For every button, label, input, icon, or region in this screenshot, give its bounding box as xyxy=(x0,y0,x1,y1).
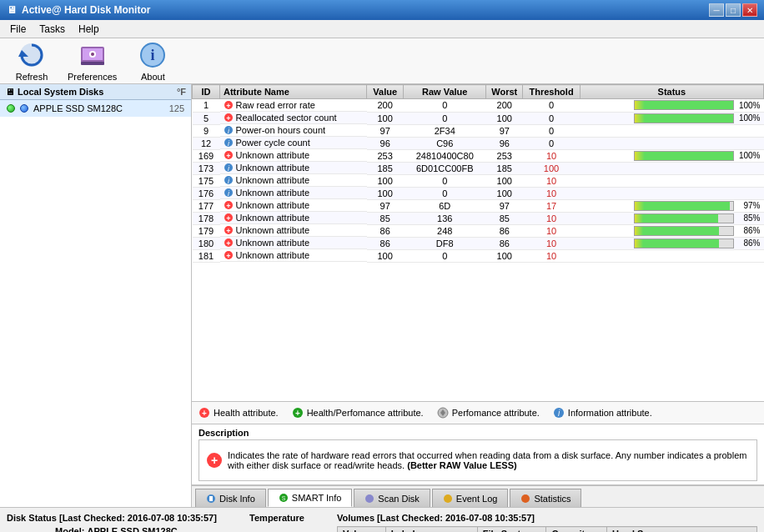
table-row: +Unknown attribute xyxy=(220,224,367,237)
table-row: 178 xyxy=(193,212,220,224)
table-row: 100 xyxy=(367,174,404,187)
table-row: 24810400C80 xyxy=(404,149,486,162)
table-row: 136 xyxy=(404,212,486,224)
table-row: 100 xyxy=(367,187,404,199)
svg-point-49 xyxy=(365,494,374,503)
vol-col-capacity: Capacity xyxy=(546,527,607,533)
svg-text:+: + xyxy=(226,202,230,210)
table-row: 5 xyxy=(193,112,220,124)
smart-table-scroll[interactable]: ID Attribute Name Value Raw Value Worst … xyxy=(192,84,764,263)
tab-scan-disk[interactable]: Scan Disk xyxy=(354,489,430,507)
attributes-table: ID Attribute Name Value Raw Value Worst … xyxy=(192,84,764,263)
bottom-panel: Disk Status [Last Checked: 2016-07-08 10… xyxy=(0,507,764,532)
table-row: 100 xyxy=(523,162,580,174)
table-row: 86% xyxy=(580,237,763,249)
smart-table: ID Attribute Name Value Raw Value Worst … xyxy=(192,84,764,402)
volumes-title: Volumes [Last Checked: 2016-07-08 10:35:… xyxy=(337,513,757,523)
legend-perf-label: Perfomance attribute. xyxy=(452,408,540,418)
table-row: 100 xyxy=(486,174,523,187)
svg-text:+: + xyxy=(226,227,230,235)
svg-text:+: + xyxy=(202,409,207,418)
table-row: +Unknown attribute xyxy=(220,149,367,162)
svg-text:+: + xyxy=(226,214,230,223)
svg-point-50 xyxy=(444,494,452,503)
tab-statistics[interactable]: Statistics xyxy=(510,489,581,507)
table-row: 253 xyxy=(486,149,523,162)
about-button[interactable]: i About xyxy=(128,36,178,86)
table-row: 100 xyxy=(367,249,404,262)
svg-point-6 xyxy=(91,53,94,56)
table-row: 185 xyxy=(486,162,523,174)
table-row: 185 xyxy=(367,162,404,174)
table-row: 6D01CC00FB xyxy=(404,162,486,174)
svg-text:+: + xyxy=(226,252,230,260)
table-row: 1 xyxy=(193,99,220,113)
description-area: Description + Indicates the rate of hard… xyxy=(192,424,764,485)
table-row xyxy=(580,137,763,149)
svg-text:+: + xyxy=(295,409,300,418)
table-row: 6D xyxy=(404,199,486,212)
col-id: ID xyxy=(193,85,220,99)
svg-text:S: S xyxy=(281,495,285,501)
table-row: DF8 xyxy=(404,237,486,249)
refresh-icon xyxy=(17,40,47,70)
col-value: Value xyxy=(367,85,404,99)
disk-type-indicator xyxy=(20,104,28,113)
legend: + Health attribute. + Health/Perfomance … xyxy=(192,402,764,424)
legend-performance: Perfomance attribute. xyxy=(437,407,540,419)
table-row: +Unknown attribute xyxy=(220,237,367,249)
col-raw: Raw Value xyxy=(404,85,486,99)
minimize-button[interactable]: ─ xyxy=(709,3,724,17)
tab-event-log[interactable]: Event Log xyxy=(432,489,509,507)
preferences-button[interactable]: Preferences xyxy=(60,36,124,86)
preferences-label: Preferences xyxy=(68,72,117,82)
table-row: 100 xyxy=(367,112,404,124)
sidebar-unit: °F xyxy=(177,87,186,97)
svg-text:+: + xyxy=(226,239,230,248)
disk-info-icon xyxy=(206,494,216,504)
table-row: 100% xyxy=(580,149,763,162)
disk-item[interactable]: APPLE SSD SM128C 125 xyxy=(0,100,191,117)
right-panel: ID Attribute Name Value Raw Value Worst … xyxy=(192,84,764,507)
refresh-button[interactable]: Refresh xyxy=(7,36,57,86)
legend-health-perf: + Health/Perfomance attribute. xyxy=(292,407,424,419)
table-row: 179 xyxy=(193,224,220,237)
smart-info-icon: S xyxy=(279,493,289,503)
table-row: 10 xyxy=(523,237,580,249)
temperature-section: Temperature 0 122 125°F °C xyxy=(227,513,327,532)
statistics-icon xyxy=(520,494,530,504)
legend-health-perf-label: Health/Perfomance attribute. xyxy=(307,408,424,418)
table-row: 2F34 xyxy=(404,124,486,137)
table-row: 96 xyxy=(367,137,404,149)
maximize-button[interactable]: □ xyxy=(726,3,741,17)
menu-help[interactable]: Help xyxy=(72,22,106,37)
close-button[interactable]: ✕ xyxy=(742,3,757,17)
table-row: +Unknown attribute xyxy=(220,212,367,224)
temperature-gauge: 0 122 xyxy=(239,526,314,532)
tab-smart-info[interactable]: S SMART Info xyxy=(268,489,353,507)
menu-tasks[interactable]: Tasks xyxy=(33,22,72,37)
col-threshold: Threshold xyxy=(523,85,580,99)
svg-rect-4 xyxy=(81,62,104,65)
tab-disk-info[interactable]: Disk Info xyxy=(195,489,266,507)
preferences-icon xyxy=(78,40,108,70)
toolbar: Refresh Preferences i About xyxy=(0,38,764,84)
table-row: 0 xyxy=(404,187,486,199)
sidebar-title: Local System Disks xyxy=(18,87,103,97)
col-name: Attribute Name xyxy=(220,85,367,99)
menu-file[interactable]: File xyxy=(3,22,33,37)
table-row: 0 xyxy=(404,174,486,187)
table-row: 0 xyxy=(404,249,486,262)
window-controls: ─ □ ✕ xyxy=(709,3,757,17)
table-row: iPower-on hours count xyxy=(220,124,367,137)
table-row: 0 xyxy=(523,137,580,149)
event-log-icon xyxy=(443,494,453,504)
disk-status-section: Disk Status [Last Checked: 2016-07-08 10… xyxy=(7,513,217,532)
table-row xyxy=(580,124,763,137)
table-row xyxy=(580,187,763,199)
col-worst: Worst xyxy=(486,85,523,99)
sidebar: 🖥 Local System Disks °F APPLE SSD SM128C… xyxy=(0,84,192,507)
vol-col-fs: File System xyxy=(477,527,546,533)
table-row: 17 xyxy=(523,199,580,212)
table-row: 12 xyxy=(193,137,220,149)
